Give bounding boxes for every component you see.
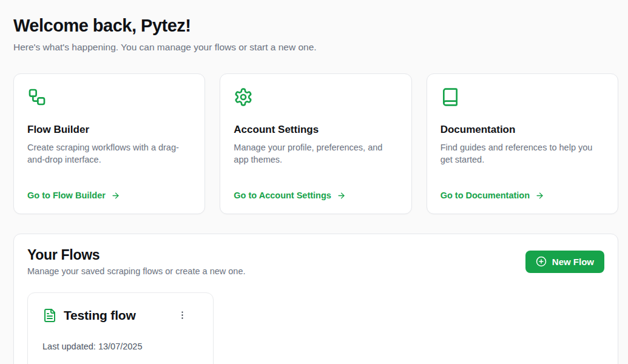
- quick-card-flow-builder: Flow Builder Create scraping workflows w…: [13, 73, 205, 214]
- new-flow-button[interactable]: New Flow: [525, 251, 604, 273]
- book-icon: [441, 87, 460, 107]
- arrow-right-icon: [337, 191, 346, 200]
- quick-links-row: Flow Builder Create scraping workflows w…: [13, 73, 618, 214]
- flow-card-title: Testing flow: [64, 308, 175, 323]
- settings-gear-icon: [234, 87, 253, 107]
- file-text-icon: [42, 308, 57, 323]
- card-link-label: Go to Flow Builder: [27, 190, 106, 200]
- flow-card-head: Testing flow: [42, 308, 198, 323]
- flow-card[interactable]: Testing flow Last updated: 13/07/2025: [27, 292, 214, 364]
- flow-card-menu-button[interactable]: [175, 308, 190, 323]
- plus-circle-icon: [536, 256, 547, 267]
- flows-header-text: Your Flows Manage your saved scraping fl…: [27, 247, 245, 276]
- flows-header: Your Flows Manage your saved scraping fl…: [27, 247, 604, 276]
- page-subtitle: Here's what's happening. You can manage …: [13, 42, 618, 53]
- card-description: Find guides and references to help you g…: [441, 141, 604, 166]
- go-to-account-settings-link[interactable]: Go to Account Settings: [234, 190, 397, 200]
- flow-last-updated: Last updated: 13/07/2025: [42, 342, 198, 351]
- kebab-menu-icon: [177, 310, 187, 320]
- quick-card-account-settings: Account Settings Manage your profile, pr…: [220, 73, 411, 214]
- go-to-documentation-link[interactable]: Go to Documentation: [441, 190, 604, 200]
- flows-title: Your Flows: [27, 247, 245, 263]
- card-description: Create scraping workflows with a drag-an…: [27, 141, 191, 166]
- new-flow-button-label: New Flow: [552, 257, 594, 267]
- quick-card-documentation: Documentation Find guides and references…: [427, 73, 618, 214]
- page-title: Welcome back, Pytez!: [13, 16, 618, 36]
- card-title: Documentation: [441, 124, 604, 136]
- flows-subtitle: Manage your saved scraping flows or crea…: [27, 266, 245, 276]
- arrow-right-icon: [535, 191, 544, 200]
- card-title: Flow Builder: [27, 124, 191, 136]
- go-to-flow-builder-link[interactable]: Go to Flow Builder: [27, 190, 191, 200]
- card-description: Manage your profile, preferences, and ap…: [234, 141, 397, 166]
- card-link-label: Go to Account Settings: [234, 190, 331, 200]
- card-link-label: Go to Documentation: [441, 190, 530, 200]
- workflow-icon: [27, 87, 47, 107]
- dashboard-page: Welcome back, Pytez! Here's what's happe…: [0, 0, 628, 364]
- your-flows-panel: Your Flows Manage your saved scraping fl…: [13, 234, 618, 364]
- card-title: Account Settings: [234, 124, 397, 136]
- arrow-right-icon: [111, 191, 120, 200]
